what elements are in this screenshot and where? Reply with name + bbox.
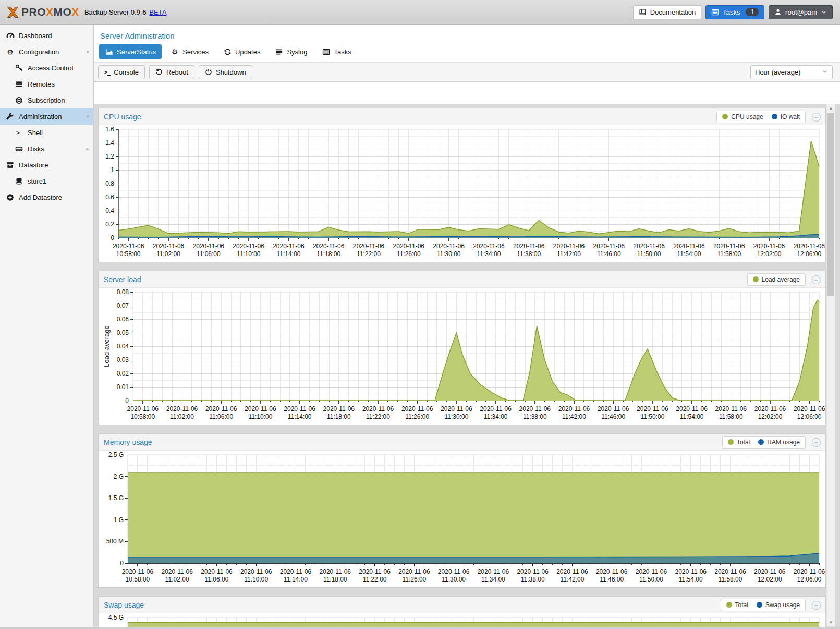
scroll-down-arrow[interactable]: ▼	[827, 619, 835, 626]
svg-text:2020-11-06: 2020-11-06	[280, 568, 312, 575]
svg-text:500 M: 500 M	[106, 538, 124, 545]
svg-text:2020-11-06: 2020-11-06	[598, 405, 629, 413]
legend-item-total[interactable]: Total	[726, 601, 748, 609]
power-icon	[205, 68, 212, 76]
legend-item-cpu-usage[interactable]: CPU usage	[722, 113, 763, 120]
svg-text:2020-11-06: 2020-11-06	[122, 568, 154, 575]
svg-text:11:14:00: 11:14:00	[276, 250, 300, 258]
svg-text:2020-11-06: 2020-11-06	[478, 568, 509, 575]
svg-text:2020-11-06: 2020-11-06	[636, 568, 667, 575]
legend-item-swap-usage[interactable]: Swap usage	[757, 601, 800, 609]
reboot-button[interactable]: Reboot	[149, 65, 194, 79]
sidebar-item-datastore[interactable]: Datastore	[0, 157, 93, 173]
svg-text:10:58:00: 10:58:00	[126, 576, 150, 583]
brand-text: PROXMOX	[21, 6, 79, 18]
chevron-down-icon[interactable]: ▾	[86, 49, 89, 55]
chevron-down-icon[interactable]: ▾	[86, 113, 89, 120]
sidebar-item-subscription[interactable]: Subscription	[0, 92, 93, 108]
svg-text:1: 1	[111, 166, 114, 174]
charts-area: CPU usage CPU usage IO wait 00.20.40.60.…	[94, 104, 840, 627]
svg-text:2020-11-06: 2020-11-06	[513, 243, 545, 250]
svg-text:2020-11-06: 2020-11-06	[393, 243, 425, 250]
legend-item-io-wait[interactable]: IO wait	[772, 113, 800, 120]
chevron-down-icon	[822, 68, 828, 76]
svg-text:11:06:00: 11:06:00	[197, 250, 221, 258]
memory-usage-panel-header: Memory usage Total RAM usage	[99, 434, 825, 451]
wrench-icon	[6, 113, 15, 121]
svg-text:2020-11-06: 2020-11-06	[166, 405, 198, 413]
chart-legend: CPU usage IO wait	[716, 111, 806, 123]
tab-updates[interactable]: Updates	[217, 44, 266, 59]
tab-syslog[interactable]: Syslog	[269, 44, 313, 59]
svg-text:11:22:00: 11:22:00	[366, 413, 390, 420]
svg-text:0.4: 0.4	[105, 207, 114, 214]
sidebar-item-administration[interactable]: Administration ▾	[0, 108, 93, 125]
svg-text:12:06:00: 12:06:00	[797, 413, 822, 420]
sidebar-item-shell[interactable]: >_ Shell	[0, 125, 93, 141]
documentation-button[interactable]: Documentation	[633, 5, 701, 19]
tab-services[interactable]: ⚙ Services	[165, 44, 214, 59]
sidebar-item-store1[interactable]: store1	[0, 173, 93, 189]
svg-text:11:54:00: 11:54:00	[680, 413, 704, 420]
status-toolbar: >_ Console Reboot Shutdown Hour (average…	[94, 62, 840, 82]
vertical-scrollbar[interactable]: ▲ ▼	[826, 104, 835, 627]
user-menu-button[interactable]: root@pam	[769, 5, 833, 19]
svg-text:11:26:00: 11:26:00	[397, 250, 421, 258]
tasks-button[interactable]: Tasks 1	[705, 5, 764, 19]
shutdown-button[interactable]: Shutdown	[199, 65, 252, 79]
svg-text:0.8: 0.8	[105, 180, 114, 187]
svg-text:11:02:00: 11:02:00	[170, 413, 194, 420]
svg-text:2020-11-06: 2020-11-06	[593, 243, 625, 250]
sidebar-item-remotes[interactable]: Remotes	[0, 76, 93, 92]
collapse-panel-icon[interactable]	[812, 113, 821, 122]
svg-text:1.6: 1.6	[105, 126, 114, 133]
svg-text:0.02: 0.02	[117, 370, 129, 377]
svg-text:2020-11-06: 2020-11-06	[401, 405, 433, 413]
svg-text:11:02:00: 11:02:00	[156, 250, 180, 258]
collapse-panel-icon[interactable]	[812, 275, 821, 284]
svg-text:11:58:00: 11:58:00	[717, 250, 741, 258]
swap-usage-chart: 0500 M1 G1.5 G2 G2.5 G3 G3.5 G4 G4.5 G20…	[99, 613, 825, 627]
tab-tasks[interactable]: Tasks	[316, 44, 357, 59]
sidebar-item-dashboard[interactable]: Dashboard	[0, 28, 93, 44]
chart-legend: Total Swap usage	[721, 599, 806, 611]
svg-text:2020-11-06: 2020-11-06	[240, 568, 272, 575]
scroll-up-arrow[interactable]: ▲	[827, 104, 835, 112]
svg-text:11:18:00: 11:18:00	[323, 576, 347, 583]
tab-serverstatus[interactable]: ServerStatus	[99, 44, 162, 59]
chevron-right-icon[interactable]: ▸	[86, 146, 89, 152]
svg-text:2020-11-06: 2020-11-06	[273, 243, 305, 250]
scrollbar-thumb[interactable]	[827, 113, 834, 296]
panel-title: Server load	[104, 275, 141, 284]
svg-text:11:34:00: 11:34:00	[477, 250, 501, 258]
time-range-select[interactable]: Hour (average)	[750, 65, 833, 79]
sidebar-item-access-control[interactable]: Access Control	[0, 60, 93, 76]
panel-title: Swap usage	[104, 601, 144, 609]
sidebar-item-add-datastore[interactable]: Add Datastore	[0, 189, 93, 205]
memory-usage-panel: Memory usage Total RAM usage 0500 M1 G1.…	[98, 433, 826, 588]
server-load-panel-header: Server load Load average	[99, 271, 825, 288]
memory-usage-chart: 0500 M1 G1.5 G2 G2.5 G2020-11-0610:58:00…	[99, 451, 825, 587]
sidebar-item-configuration[interactable]: ⚙ Configuration ▾	[0, 44, 93, 60]
legend-item-load-average[interactable]: Load average	[753, 276, 800, 283]
svg-text:4.5 G: 4.5 G	[108, 614, 124, 621]
svg-text:2020-11-06: 2020-11-06	[754, 405, 786, 413]
list-alt-icon	[322, 47, 330, 56]
beta-link[interactable]: BETA	[149, 8, 166, 16]
svg-text:11:30:00: 11:30:00	[437, 250, 461, 258]
svg-text:0.2: 0.2	[105, 221, 114, 228]
svg-text:10:58:00: 10:58:00	[116, 250, 141, 258]
cpu-usage-chart: 00.20.40.60.811.21.41.62020-11-0610:58:0…	[99, 125, 825, 262]
svg-text:2 G: 2 G	[114, 473, 124, 480]
sidebar-item-disks[interactable]: Disks ▸	[0, 141, 93, 157]
collapse-panel-icon[interactable]	[812, 438, 821, 447]
swap-usage-panel: Swap usage Total Swap usage 0500 M1 G1.5…	[98, 596, 826, 627]
collapse-panel-icon[interactable]	[812, 601, 821, 610]
legend-item-ram-usage[interactable]: RAM usage	[758, 439, 800, 446]
proxmox-x-icon	[5, 5, 19, 19]
user-icon	[774, 8, 782, 16]
svg-text:11:34:00: 11:34:00	[481, 576, 505, 583]
console-button[interactable]: >_ Console	[98, 65, 145, 79]
legend-item-total[interactable]: Total	[728, 439, 750, 446]
terminal-icon: >_	[15, 129, 23, 137]
